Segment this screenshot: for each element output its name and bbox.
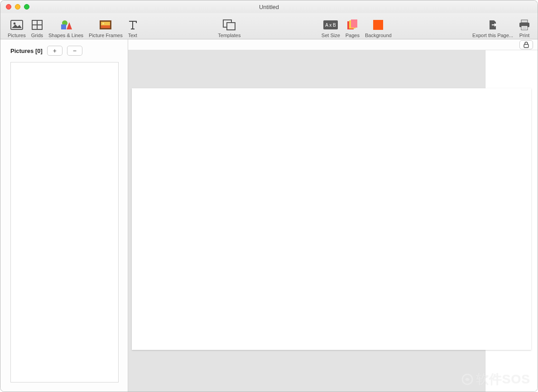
shapes-lines-button[interactable]: Shapes & Lines	[46, 18, 86, 38]
grids-button[interactable]: Grids	[29, 18, 46, 38]
background-label: Background	[365, 33, 392, 38]
pages-icon	[346, 18, 358, 32]
canvas-area: 软件SOS	[128, 39, 538, 392]
close-window-button[interactable]	[6, 4, 11, 10]
svg-rect-19	[373, 20, 383, 30]
page-canvas[interactable]	[132, 88, 531, 350]
text-label: Text	[128, 33, 137, 38]
app-window: Untitled Pictures Grids Shapes & Lines	[0, 0, 538, 392]
templates-button[interactable]: Templates	[215, 18, 243, 38]
print-label: Print	[519, 33, 530, 38]
lock-icon	[524, 42, 529, 48]
set-size-button[interactable]: A x B Set Size	[319, 18, 343, 38]
background-button[interactable]: Background	[362, 18, 394, 38]
add-picture-button[interactable]: +	[47, 46, 62, 56]
templates-label: Templates	[218, 33, 240, 38]
export-icon	[488, 18, 498, 32]
picture-frames-button[interactable]: Picture Frames	[86, 18, 125, 38]
pages-label: Pages	[346, 33, 360, 38]
export-page-button[interactable]: Export this Page...	[470, 18, 516, 38]
minus-icon: −	[73, 47, 77, 54]
shapes-icon	[59, 18, 73, 32]
pictures-list[interactable]	[10, 62, 119, 382]
svg-rect-22	[521, 26, 528, 30]
grids-icon	[32, 18, 43, 32]
content-area: Pictures [0] + −	[0, 39, 538, 392]
svg-rect-25	[524, 44, 528, 48]
set-size-icon: A x B	[323, 18, 338, 32]
print-button[interactable]: Print	[516, 18, 533, 38]
svg-rect-20	[521, 20, 528, 23]
svg-rect-10	[101, 25, 110, 28]
plus-icon: +	[53, 47, 57, 54]
text-icon	[128, 18, 137, 32]
pictures-label: Pictures	[8, 33, 26, 38]
pictures-icon	[10, 18, 23, 32]
svg-point-11	[102, 23, 104, 24]
lock-button[interactable]	[519, 40, 533, 49]
sidebar: Pictures [0] + −	[0, 39, 128, 392]
watermark-icon	[461, 373, 473, 385]
window-title: Untitled	[0, 4, 538, 10]
watermark-text: 软件SOS	[476, 371, 530, 388]
pages-button[interactable]: Pages	[343, 18, 362, 38]
templates-icon	[222, 18, 236, 32]
canvas-viewport[interactable]: 软件SOS	[128, 50, 538, 392]
svg-rect-13	[227, 23, 235, 30]
picture-frames-icon	[100, 18, 111, 32]
grids-label: Grids	[31, 33, 43, 38]
svg-point-1	[13, 23, 15, 25]
sidebar-title: Pictures [0]	[10, 48, 43, 54]
export-label: Export this Page...	[472, 33, 513, 38]
svg-rect-6	[61, 24, 66, 29]
canvas-topbar	[128, 39, 538, 50]
print-icon	[519, 18, 530, 32]
remove-picture-button[interactable]: −	[67, 46, 82, 56]
set-size-label: Set Size	[322, 33, 340, 38]
sidebar-header: Pictures [0] + −	[0, 39, 128, 60]
titlebar: Untitled	[0, 0, 538, 13]
shapes-lines-label: Shapes & Lines	[48, 33, 83, 38]
toolbar: Pictures Grids Shapes & Lines Picture Fr…	[0, 13, 538, 39]
pictures-button[interactable]: Pictures	[5, 18, 29, 38]
zoom-window-button[interactable]	[24, 4, 29, 10]
picture-frames-label: Picture Frames	[89, 33, 123, 38]
background-icon	[373, 18, 383, 32]
svg-rect-18	[351, 19, 357, 28]
watermark: 软件SOS	[461, 371, 530, 388]
text-button[interactable]: Text	[125, 18, 140, 38]
minimize-window-button[interactable]	[15, 4, 20, 10]
window-controls	[0, 4, 29, 10]
svg-text:A x B: A x B	[326, 23, 336, 28]
